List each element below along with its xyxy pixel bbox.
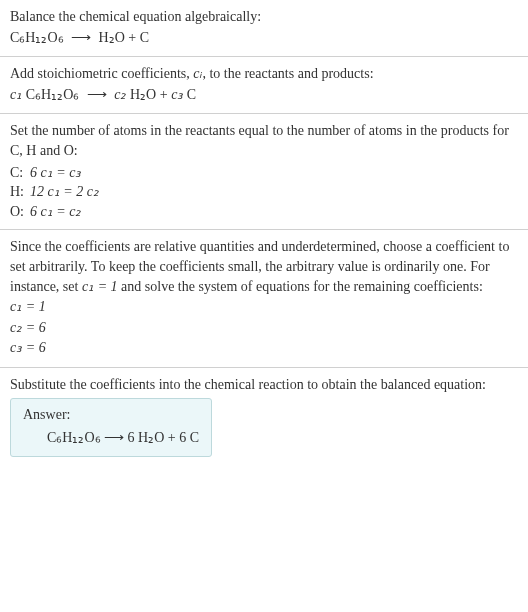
section-solve: Since the coefficients are relative quan… [0,230,528,367]
reactant: C₆H₁₂O₆ [22,87,79,102]
equation: 6 c₁ = c₃ [30,163,105,183]
balanced-equation: C₆H₁₂O₆ ⟶ 6 H₂O + 6 C [23,429,199,446]
c1: c₁ [10,87,22,102]
solution-line: c₁ = 1 [10,297,518,317]
answer-label: Answer: [23,407,199,423]
coeff-equation: c₁ C₆H₁₂O₆ ⟶ c₂ H₂O + c₃ C [10,85,518,105]
unbalanced-equation: C₆H₁₂O₆ ⟶ H₂O + C [10,28,518,48]
arrow-icon: ⟶ [87,85,107,105]
c3: c₃ [171,87,183,102]
atoms-intro: Set the number of atoms in the reactants… [10,121,518,160]
products: H₂O + C [99,30,149,45]
arrow-icon: ⟶ [71,28,91,48]
text: , to the reactants and products: [202,66,373,81]
table-row: H: 12 c₁ = 2 c₂ [10,182,105,202]
problem-intro: Balance the chemical equation algebraica… [10,7,518,27]
table-row: C: 6 c₁ = c₃ [10,163,105,183]
set-c1: c₁ = 1 [82,279,118,294]
table-row: O: 6 c₁ = c₂ [10,202,105,222]
solution-line: c₃ = 6 [10,338,518,358]
element-label: C: [10,163,30,183]
solve-intro: Since the coefficients are relative quan… [10,237,518,296]
c2: c₂ [114,87,126,102]
element-label: H: [10,182,30,202]
equation: 12 c₁ = 2 c₂ [30,182,105,202]
product-c: C [183,87,196,102]
atom-balance-table: C: 6 c₁ = c₃ H: 12 c₁ = 2 c₂ O: 6 c₁ = c… [10,163,105,222]
solution-line: c₂ = 6 [10,318,518,338]
reactant: C₆H₁₂O₆ [10,30,64,45]
coeff-intro: Add stoichiometric coefficients, cᵢ, to … [10,64,518,84]
product-h2o: H₂O + [127,87,172,102]
section-add-coefficients: Add stoichiometric coefficients, cᵢ, to … [0,57,528,113]
element-label: O: [10,202,30,222]
section-answer: Substitute the coefficients into the che… [0,368,528,465]
section-problem: Balance the chemical equation algebraica… [0,0,528,56]
substitute-intro: Substitute the coefficients into the che… [10,375,518,395]
equation: 6 c₁ = c₂ [30,202,105,222]
answer-box: Answer: C₆H₁₂O₆ ⟶ 6 H₂O + 6 C [10,398,212,457]
text: Add stoichiometric coefficients, [10,66,193,81]
text: and solve the system of equations for th… [118,279,483,294]
section-atom-equations: Set the number of atoms in the reactants… [0,114,528,229]
